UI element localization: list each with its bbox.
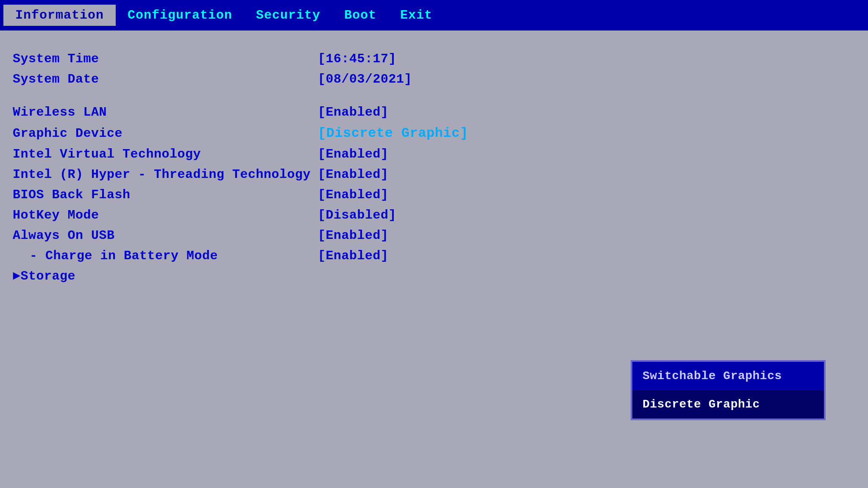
nav-item-information[interactable]: Information — [3, 5, 116, 26]
settings-row-system-date: System Date [08/03/2021] — [13, 72, 855, 86]
spacer-1 — [13, 92, 855, 105]
label-graphic-device: Graphic Device — [13, 126, 318, 141]
value-system-date[interactable]: [08/03/2021] — [318, 72, 412, 86]
nav-item-boot[interactable]: Boot — [332, 5, 388, 26]
nav-item-exit[interactable]: Exit — [388, 5, 444, 26]
label-always-on-usb: Always On USB — [13, 228, 318, 243]
label-hotkey-mode: HotKey Mode — [13, 208, 318, 222]
dropdown-option-discrete[interactable]: Discrete Graphic — [632, 390, 824, 419]
settings-row-graphic-device: Graphic Device [Discrete Graphic] — [13, 125, 855, 141]
label-intel-ht: Intel (R) Hyper - Threading Technology — [13, 167, 318, 182]
label-intel-vt: Intel Virtual Technology — [13, 147, 318, 161]
value-intel-vt[interactable]: [Enabled] — [318, 147, 389, 161]
nav-item-configuration[interactable]: Configuration — [116, 5, 244, 26]
value-hotkey-mode[interactable]: [Disabled] — [318, 208, 396, 222]
label-bios-back-flash: BIOS Back Flash — [13, 188, 318, 202]
settings-row-wireless-lan: Wireless LAN [Enabled] — [13, 105, 855, 119]
value-charge-battery[interactable]: [Enabled] — [318, 249, 389, 263]
nav-item-security[interactable]: Security — [244, 5, 332, 26]
settings-row-always-on-usb: Always On USB [Enabled] — [13, 228, 855, 243]
label-wireless-lan: Wireless LAN — [13, 105, 318, 119]
label-storage[interactable]: ►Storage — [13, 269, 318, 283]
settings-row-intel-ht: Intel (R) Hyper - Threading Technology [… — [13, 167, 855, 182]
value-system-time[interactable]: [16:45:17] — [318, 52, 396, 66]
dropdown-option-switchable[interactable]: Switchable Graphics — [632, 362, 824, 390]
value-graphic-device[interactable]: [Discrete Graphic] — [318, 125, 468, 141]
label-system-time: System Time — [13, 52, 318, 66]
value-always-on-usb[interactable]: [Enabled] — [318, 228, 389, 243]
settings-row-storage: ►Storage — [13, 269, 855, 283]
settings-row-charge-battery: - Charge in Battery Mode [Enabled] — [13, 249, 855, 263]
settings-table: System Time [16:45:17] System Date [08/0… — [13, 52, 855, 283]
settings-row-system-time: System Time [16:45:17] — [13, 52, 855, 66]
label-charge-battery: - Charge in Battery Mode — [13, 249, 318, 263]
dropdown-popup: Switchable Graphics Discrete Graphic — [631, 360, 826, 420]
value-intel-ht[interactable]: [Enabled] — [318, 167, 389, 182]
settings-row-bios-back-flash: BIOS Back Flash [Enabled] — [13, 188, 855, 202]
value-bios-back-flash[interactable]: [Enabled] — [318, 188, 389, 202]
nav-bar: Information Configuration Security Boot … — [0, 0, 868, 30]
label-system-date: System Date — [13, 72, 318, 86]
value-wireless-lan[interactable]: [Enabled] — [318, 105, 389, 119]
settings-row-hotkey-mode: HotKey Mode [Disabled] — [13, 208, 855, 222]
settings-row-intel-vt: Intel Virtual Technology [Enabled] — [13, 147, 855, 161]
